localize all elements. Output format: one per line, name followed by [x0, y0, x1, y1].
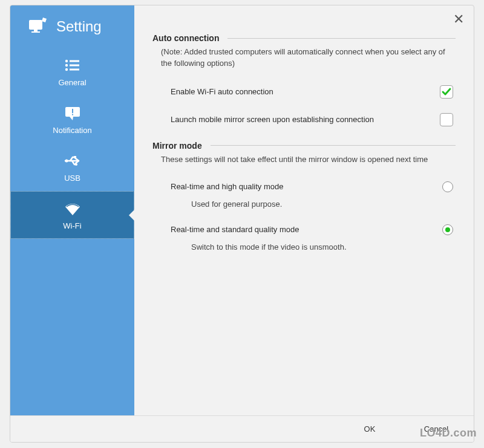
section-note: (Note: Added trusted computers will auto…: [152, 43, 456, 78]
sidebar-item-usb[interactable]: USB: [10, 143, 134, 191]
sidebar-item-label: General: [58, 78, 86, 87]
ok-button[interactable]: OK: [345, 421, 394, 438]
close-button[interactable]: ✕: [453, 13, 464, 26]
option-label: Launch mobile mirror screen upon establi…: [171, 115, 440, 124]
section-title-text: Mirror mode: [152, 141, 202, 151]
settings-window: Setting General Notification USB: [10, 5, 474, 443]
checkbox-launch-mirror[interactable]: [440, 113, 453, 126]
page-title: Setting: [56, 18, 102, 35]
sidebar-item-notification[interactable]: Notification: [10, 96, 134, 143]
svg-point-14: [75, 163, 77, 166]
svg-rect-13: [74, 156, 76, 158]
wifi-icon: [64, 200, 82, 218]
sidebar: Setting General Notification USB: [10, 5, 134, 415]
section-title-text: Auto connection: [152, 33, 219, 43]
section-note: These settings will not take effect unti…: [152, 151, 456, 174]
svg-point-5: [65, 64, 67, 67]
sidebar-item-label: Notification: [53, 126, 91, 135]
dialog-footer: OK Cancel: [10, 415, 474, 442]
option-label: Real-time and high quality mode: [171, 182, 442, 191]
svg-rect-4: [70, 60, 79, 62]
svg-rect-1: [34, 30, 38, 31]
svg-point-3: [65, 60, 67, 62]
option-standard-quality: Real-time and standard quality mode: [152, 217, 456, 242]
option-high-quality: Real-time and high quality mode: [152, 174, 456, 200]
svg-point-7: [65, 68, 67, 71]
radio-standard-quality[interactable]: [442, 224, 453, 235]
usb-icon: [64, 152, 82, 170]
svg-rect-8: [70, 69, 79, 71]
divider: [227, 38, 456, 39]
radio-high-quality[interactable]: [442, 181, 453, 192]
section-title-auto-connection: Auto connection: [152, 33, 456, 43]
svg-rect-2: [31, 31, 40, 33]
option-label: Enable Wi-Fi auto connection: [171, 87, 440, 96]
sidebar-item-wifi[interactable]: Wi-Fi: [10, 191, 134, 239]
sidebar-item-label: USB: [64, 174, 80, 183]
sidebar-title: Setting: [10, 5, 134, 48]
option-launch-mirror: Launch mobile mirror screen upon establi…: [152, 106, 456, 134]
list-icon: [64, 56, 82, 74]
checkbox-enable-wifi-auto[interactable]: [440, 85, 453, 99]
svg-rect-6: [70, 65, 79, 67]
sidebar-item-label: Wi-Fi: [63, 221, 81, 230]
cancel-button[interactable]: Cancel: [412, 421, 460, 438]
svg-rect-10: [72, 109, 73, 113]
notification-icon: [64, 104, 82, 122]
svg-rect-0: [29, 20, 42, 30]
settings-content: ✕ Auto connection (Note: Added trusted c…: [134, 5, 474, 415]
svg-rect-11: [72, 114, 73, 115]
option-enable-wifi-auto: Enable Wi-Fi auto connection: [152, 78, 456, 106]
svg-point-12: [65, 160, 68, 163]
sidebar-item-general[interactable]: General: [10, 48, 134, 96]
option-sublabel: Used for general purpose.: [152, 200, 456, 217]
settings-icon: [27, 16, 48, 37]
option-label: Real-time and standard quality mode: [171, 225, 442, 234]
section-title-mirror-mode: Mirror mode: [152, 141, 456, 151]
option-sublabel: Switch to this mode if the video is unsm…: [152, 242, 456, 260]
divider: [211, 145, 456, 146]
